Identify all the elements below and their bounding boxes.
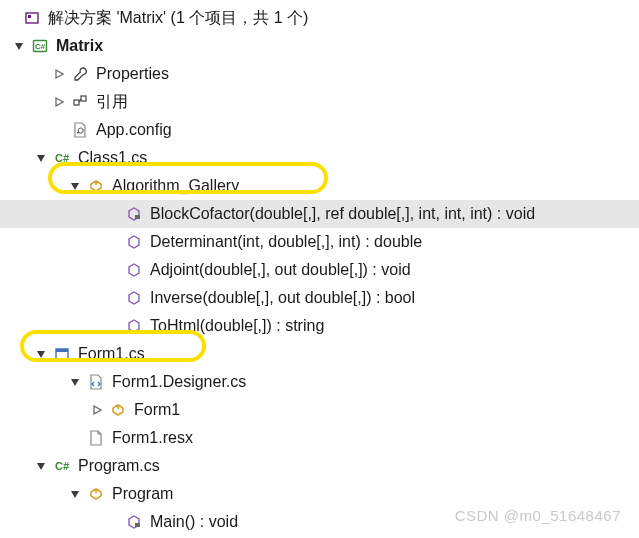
- method-label: Inverse(double[,], out double[,]) : bool: [148, 289, 415, 307]
- properties-node[interactable]: Properties: [0, 60, 639, 88]
- expand-arrow[interactable]: [50, 93, 68, 111]
- form1-file-node[interactable]: Form1.cs: [0, 340, 639, 368]
- form1-resx-label: Form1.resx: [110, 429, 193, 447]
- class-icon: [86, 176, 106, 196]
- wrench-icon: [70, 64, 90, 84]
- program-class-label: Program: [110, 485, 173, 503]
- config-icon: [70, 120, 90, 140]
- method-node[interactable]: BlockCofactor(double[,], ref double[,], …: [0, 200, 639, 228]
- expand-arrow[interactable]: [32, 457, 50, 475]
- method-label: Main() : void: [148, 513, 238, 531]
- method-icon: [124, 232, 144, 252]
- method-label: Determinant(int, double[,], int) : doubl…: [148, 233, 422, 251]
- project-label: Matrix: [54, 37, 103, 55]
- expand-arrow[interactable]: [66, 177, 84, 195]
- form1-resx-node[interactable]: Form1.resx: [0, 424, 639, 452]
- method-icon: [124, 288, 144, 308]
- expand-arrow[interactable]: [66, 373, 84, 391]
- form1-file-label: Form1.cs: [76, 345, 145, 363]
- references-node[interactable]: 引用: [0, 88, 639, 116]
- file-icon: [86, 428, 106, 448]
- class-label: Algorithm_Gallery: [110, 177, 239, 195]
- method-icon: [124, 260, 144, 280]
- method-node[interactable]: Inverse(double[,], out double[,]) : bool: [0, 284, 639, 312]
- method-node[interactable]: Adjoint(double[,], out double[,]) : void: [0, 256, 639, 284]
- class-icon: [108, 400, 128, 420]
- algorithm-gallery-class-node[interactable]: Algorithm_Gallery: [0, 172, 639, 200]
- expand-arrow[interactable]: [32, 149, 50, 167]
- codefile-icon: [86, 372, 106, 392]
- references-icon: [70, 92, 90, 112]
- method-node[interactable]: ToHtml(double[,]) : string: [0, 312, 639, 340]
- method-icon: [124, 316, 144, 336]
- solution-node[interactable]: 解决方案 'Matrix' (1 个项目，共 1 个): [0, 4, 639, 32]
- csfile-icon: [52, 148, 72, 168]
- appconfig-node[interactable]: App.config: [0, 116, 639, 144]
- solution-explorer-tree: 解决方案 'Matrix' (1 个项目，共 1 个) Matrix Prope…: [0, 0, 639, 538]
- expand-arrow[interactable]: [66, 485, 84, 503]
- program-class-node[interactable]: Program: [0, 480, 639, 508]
- references-label: 引用: [94, 92, 128, 113]
- class-icon: [86, 484, 106, 504]
- program-file-node[interactable]: Program.cs: [0, 452, 639, 480]
- method-label: BlockCofactor(double[,], ref double[,], …: [148, 205, 535, 223]
- form1-class-label: Form1: [132, 401, 180, 419]
- expand-arrow[interactable]: [10, 37, 28, 55]
- form1-designer-node[interactable]: Form1.Designer.cs: [0, 368, 639, 396]
- class1-file-label: Class1.cs: [76, 149, 147, 167]
- csproj-icon: [30, 36, 50, 56]
- expand-arrow[interactable]: [32, 345, 50, 363]
- project-node[interactable]: Matrix: [0, 32, 639, 60]
- solution-icon: [22, 8, 42, 28]
- expand-arrow[interactable]: [50, 65, 68, 83]
- properties-label: Properties: [94, 65, 169, 83]
- form1-class-node[interactable]: Form1: [0, 396, 639, 424]
- method-icon: [124, 204, 144, 224]
- form1-designer-label: Form1.Designer.cs: [110, 373, 246, 391]
- method-label: Adjoint(double[,], out double[,]) : void: [148, 261, 411, 279]
- appconfig-label: App.config: [94, 121, 172, 139]
- program-file-label: Program.cs: [76, 457, 160, 475]
- method-icon: [124, 512, 144, 532]
- method-label: ToHtml(double[,]) : string: [148, 317, 324, 335]
- class1-file-node[interactable]: Class1.cs: [0, 144, 639, 172]
- form-icon: [52, 344, 72, 364]
- watermark: CSDN @m0_51648467: [455, 507, 621, 524]
- csfile-icon: [52, 456, 72, 476]
- solution-label: 解决方案 'Matrix' (1 个项目，共 1 个): [46, 8, 308, 29]
- expand-arrow[interactable]: [88, 401, 106, 419]
- method-node[interactable]: Determinant(int, double[,], int) : doubl…: [0, 228, 639, 256]
